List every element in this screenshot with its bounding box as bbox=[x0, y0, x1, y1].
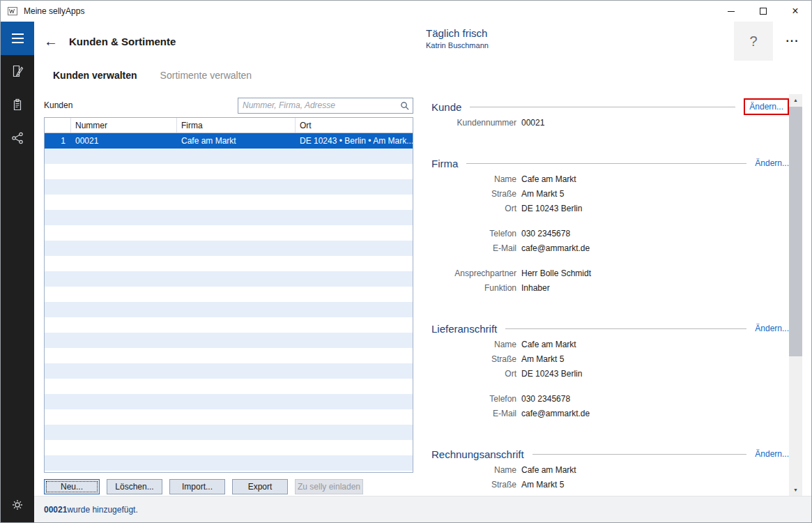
account-name: Täglich frisch bbox=[426, 27, 489, 39]
status-highlight: 00021 bbox=[44, 505, 67, 515]
field-label: E-Mail bbox=[431, 409, 516, 418]
customer-searchbox bbox=[238, 98, 413, 114]
delete-button[interactable]: Löschen... bbox=[107, 479, 162, 494]
settings-button[interactable] bbox=[1, 489, 34, 522]
export-button[interactable]: Export bbox=[232, 479, 288, 494]
minimize-icon bbox=[728, 11, 735, 12]
kunde-change-link[interactable]: Ändern... bbox=[749, 102, 783, 112]
app-window: Meine sellyApps × bbox=[0, 0, 812, 523]
section-lieferanschrift: Lieferanschrift Ändern... NameCafe am Ma… bbox=[431, 320, 789, 420]
lieferanschrift-change-link[interactable]: Ändern... bbox=[755, 324, 789, 333]
scrollbar-thumb[interactable] bbox=[789, 107, 802, 356]
tab-kunden-verwalten[interactable]: Kunden verwalten bbox=[53, 70, 137, 81]
account-user: Katrin Buschmann bbox=[426, 41, 489, 50]
field-value: Herr Bolle Schmidt bbox=[521, 268, 591, 278]
field-label: Straße bbox=[431, 354, 516, 364]
customers-table-header: Nummer Firma Ort bbox=[45, 118, 413, 133]
search-icon bbox=[400, 101, 409, 110]
section-title-lieferanschrift: Lieferanschrift bbox=[431, 323, 497, 335]
field-label: Straße bbox=[431, 480, 516, 490]
field-value: 030 2345678 bbox=[521, 394, 570, 404]
field-value: Am Markt 5 bbox=[521, 354, 564, 364]
annotation-highlight-box: Ändern... bbox=[744, 98, 789, 115]
minimize-button[interactable] bbox=[715, 1, 747, 22]
customers-panel-title: Kunden bbox=[44, 100, 72, 110]
maximize-button[interactable] bbox=[747, 1, 779, 22]
field-value: 030 2345678 bbox=[521, 229, 570, 238]
field-label: Telefon bbox=[431, 229, 516, 238]
customers-table-empty-area bbox=[45, 149, 413, 472]
field-value: Am Markt 5 bbox=[521, 189, 564, 199]
status-message: wurde hinzugefügt. bbox=[67, 505, 137, 515]
tab-sortimente-verwalten[interactable]: Sortimente verwalten bbox=[160, 70, 252, 81]
section-divider bbox=[505, 328, 746, 329]
help-button[interactable]: ? bbox=[734, 22, 773, 61]
clipboard-icon bbox=[10, 98, 24, 114]
field-value: 00021 bbox=[521, 118, 544, 128]
field-value: Cafe am Markt bbox=[521, 340, 576, 349]
field-label: E-Mail bbox=[431, 243, 516, 253]
column-header-firma[interactable]: Firma bbox=[177, 118, 296, 132]
column-header-nummer[interactable]: Nummer bbox=[71, 118, 177, 132]
close-button[interactable]: × bbox=[779, 1, 811, 22]
new-button[interactable]: Neu... bbox=[44, 479, 100, 494]
scroll-down-arrow[interactable]: ▼ bbox=[789, 484, 802, 496]
sidebar bbox=[1, 22, 34, 522]
cell-nummer: 00021 bbox=[71, 133, 177, 149]
field-label: Name bbox=[431, 174, 516, 184]
section-kunde: Kunde Ändern... Kundennummer 00021 bbox=[431, 98, 789, 130]
section-title-firma: Firma bbox=[431, 158, 458, 169]
hamburger-menu-button[interactable] bbox=[1, 22, 34, 55]
scrollbar-track[interactable] bbox=[789, 106, 802, 484]
cell-ort: DE 10243 • Berlin • Am Mark... bbox=[296, 133, 413, 149]
field-value: Cafe am Markt bbox=[521, 465, 576, 475]
sidebar-item-share[interactable] bbox=[1, 122, 34, 156]
section-divider bbox=[470, 107, 735, 107]
field-label: Kundennummer bbox=[431, 118, 516, 128]
customers-panel: Kunden Nummer Firma bbox=[44, 90, 413, 496]
field-value: DE 10243 Berlin bbox=[521, 204, 582, 213]
customer-actions: Neu... Löschen... Import... Export Zu se… bbox=[44, 479, 413, 494]
customer-detail-panel: Kunde Ändern... Kundennummer 00021 bbox=[413, 90, 789, 496]
sidebar-item-orders[interactable] bbox=[1, 89, 34, 122]
cell-index: 1 bbox=[45, 133, 71, 149]
page-header: ← Kunden & Sortimente Täglich frisch Kat… bbox=[34, 22, 811, 61]
field-label: Ansprechpartner bbox=[431, 268, 516, 278]
field-label: Ort bbox=[431, 369, 516, 379]
field-value: cafe@ammarkt.de bbox=[521, 243, 590, 253]
field-value: cafe@ammarkt.de bbox=[521, 409, 590, 418]
hamburger-icon bbox=[12, 33, 24, 43]
edit-document-icon bbox=[10, 64, 24, 80]
titlebar[interactable]: Meine sellyApps × bbox=[1, 1, 811, 22]
share-network-icon bbox=[10, 131, 24, 147]
field-label: Name bbox=[431, 465, 516, 475]
import-button[interactable]: Import... bbox=[169, 479, 225, 494]
scrollbar[interactable]: ▲ ▼ bbox=[789, 94, 802, 496]
field-value: Inhaber bbox=[521, 283, 550, 293]
firma-change-link[interactable]: Ändern... bbox=[755, 158, 789, 168]
window-title: Meine sellyApps bbox=[24, 6, 84, 16]
app-icon bbox=[7, 6, 18, 17]
rechnungsanschrift-change-link[interactable]: Ändern... bbox=[755, 449, 789, 459]
sidebar-item-customers[interactable] bbox=[1, 55, 34, 89]
page-title: Kunden & Sortimente bbox=[69, 36, 176, 47]
scroll-up-arrow[interactable]: ▲ bbox=[789, 94, 802, 106]
column-header-index[interactable] bbox=[45, 118, 71, 132]
field-value: DE 10243 Berlin bbox=[521, 369, 582, 379]
customers-table: Nummer Firma Ort 1 00021 Cafe am Markt D… bbox=[44, 117, 413, 473]
customer-search-input[interactable] bbox=[238, 100, 400, 110]
field-label: Funktion bbox=[431, 283, 516, 293]
back-button[interactable]: ← bbox=[40, 30, 62, 52]
column-header-ort[interactable]: Ort bbox=[296, 118, 413, 132]
section-divider bbox=[466, 163, 746, 164]
field-value: Am Markt 5 bbox=[521, 480, 564, 490]
more-button[interactable]: ··· bbox=[779, 31, 806, 51]
account-info: Täglich frisch Katrin Buschmann bbox=[426, 27, 489, 50]
invite-button: Zu selly einladen bbox=[295, 479, 363, 494]
table-row[interactable]: 1 00021 Cafe am Markt DE 10243 • Berlin … bbox=[45, 133, 413, 149]
field-label: Telefon bbox=[431, 394, 516, 404]
section-title-kunde: Kunde bbox=[431, 101, 461, 113]
field-label: Straße bbox=[431, 189, 516, 199]
sidebar-spacer bbox=[1, 156, 34, 489]
section-title-rechnungsanschrift: Rechnungsanschrift bbox=[431, 448, 524, 460]
